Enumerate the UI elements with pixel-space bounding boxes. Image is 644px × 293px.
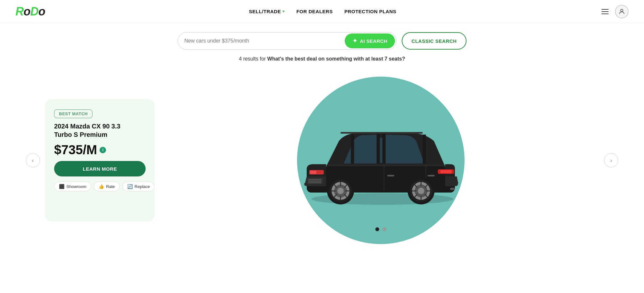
- svg-rect-48: [450, 188, 455, 190]
- svg-rect-10: [308, 181, 321, 182]
- search-section: ✦ AI SEARCH CLASSIC SEARCH: [0, 23, 644, 53]
- rate-button[interactable]: 👍 Rate: [94, 182, 120, 191]
- car-image-section: [162, 83, 599, 238]
- best-match-badge: BEST MATCH: [54, 109, 92, 118]
- classic-search-button[interactable]: CLASSIC SEARCH: [402, 32, 466, 50]
- search-input[interactable]: [178, 38, 343, 44]
- chevron-down-icon: [282, 11, 285, 13]
- car-price: $735/M: [54, 143, 97, 157]
- svg-rect-13: [310, 171, 316, 174]
- car-name: 2024 Mazda CX 90 3.3 Turbo S Premium: [54, 122, 120, 139]
- price-info-icon[interactable]: i: [100, 147, 106, 153]
- card-actions: ⬛ Showroom 👍 Rate 🔄 Replace: [54, 182, 155, 191]
- replace-icon: 🔄: [127, 184, 133, 189]
- svg-rect-21: [341, 132, 423, 134]
- nav-protection-plans[interactable]: PROTECTION PLANS: [344, 9, 396, 14]
- carousel-prev-button[interactable]: ‹: [26, 153, 40, 167]
- nav-for-dealers[interactable]: FOR DEALERS: [296, 9, 333, 14]
- ai-search-button[interactable]: ✦ AI SEARCH: [345, 33, 395, 48]
- svg-rect-11: [308, 182, 321, 183]
- svg-point-39: [418, 188, 424, 194]
- svg-rect-5: [377, 133, 380, 164]
- showroom-button[interactable]: ⬛ Showroom: [54, 182, 91, 191]
- search-bar: ✦ AI SEARCH: [178, 32, 397, 50]
- car-image: [284, 99, 477, 222]
- carousel-dot-2[interactable]: [382, 227, 386, 231]
- nav-links: SELL/TRADE FOR DEALERS PROTECTION PLANS: [45, 9, 600, 14]
- replace-button[interactable]: 🔄 Replace: [122, 182, 155, 191]
- carousel-dot-1[interactable]: [375, 227, 379, 231]
- navbar-right: [600, 5, 629, 18]
- svg-rect-9: [308, 179, 321, 180]
- main-content: ‹ BEST MATCH 2024 Mazda CX 90 3.3 Turbo …: [0, 67, 644, 254]
- results-text: 4 results for What's the best deal on so…: [0, 53, 644, 67]
- svg-point-26: [337, 188, 344, 194]
- carousel-next-button[interactable]: ›: [604, 153, 618, 167]
- svg-rect-19: [387, 175, 394, 176]
- logo: RoDo: [15, 5, 45, 18]
- car-price-row: $735/M i: [54, 143, 106, 157]
- user-avatar-button[interactable]: [615, 5, 629, 18]
- svg-point-0: [620, 9, 623, 11]
- svg-rect-20: [428, 175, 435, 176]
- sparkle-icon: ✦: [352, 37, 357, 44]
- svg-rect-7: [423, 135, 426, 164]
- car-illustration: [287, 106, 474, 215]
- svg-rect-4: [351, 135, 354, 164]
- navbar: RoDo SELL/TRADE FOR DEALERS PROTECTION P…: [0, 0, 644, 23]
- nav-sell-trade[interactable]: SELL/TRADE: [249, 9, 285, 14]
- svg-rect-15: [440, 170, 452, 173]
- car-card: BEST MATCH 2024 Mazda CX 90 3.3 Turbo S …: [45, 99, 155, 222]
- showroom-icon: ⬛: [59, 184, 64, 189]
- rate-icon: 👍: [99, 184, 104, 189]
- svg-rect-6: [382, 133, 386, 164]
- logo-area: RoDo: [15, 5, 45, 18]
- learn-more-button[interactable]: LEARN MORE: [54, 161, 146, 176]
- carousel-dots: [375, 227, 386, 231]
- hamburger-menu-icon[interactable]: [600, 8, 610, 15]
